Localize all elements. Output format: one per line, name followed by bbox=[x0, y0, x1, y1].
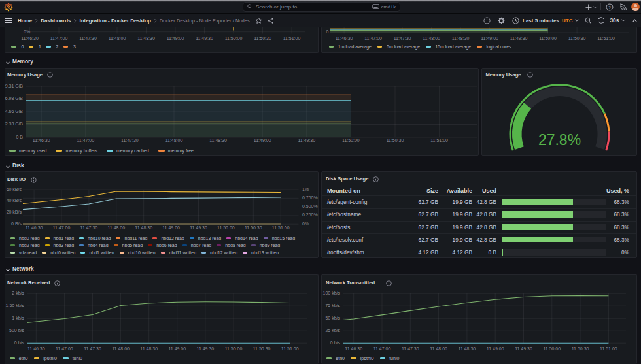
svg-text:?: ? bbox=[608, 5, 611, 9]
